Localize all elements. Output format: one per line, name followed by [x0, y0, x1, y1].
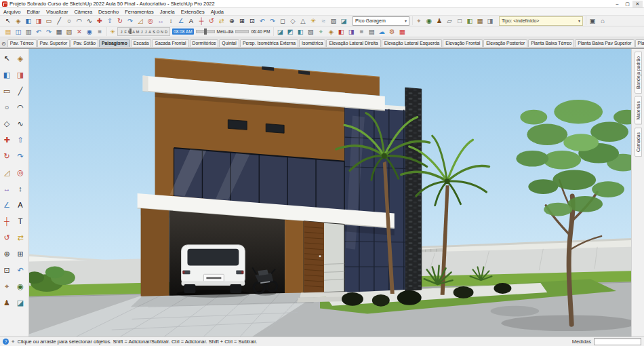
scene-tab[interactable]: Pav. Superior: [37, 39, 71, 47]
scene-tab[interactable]: Sacada Frontal: [152, 39, 188, 47]
glass-curtain-wall[interactable]: [344, 102, 405, 292]
menu-item[interactable]: Janela: [160, 9, 175, 15]
move-tool-icon[interactable]: ✚: [1, 134, 13, 146]
scene-search-icon[interactable]: ⊙: [1, 39, 6, 47]
xray-mode-icon[interactable]: ▨: [329, 16, 338, 25]
maximize-button[interactable]: ▢: [622, 1, 632, 7]
delete-icon[interactable]: ✕: [75, 27, 84, 36]
axes-tool-icon[interactable]: ┼: [197, 16, 206, 25]
section-plane-icon[interactable]: ◪: [339, 16, 348, 25]
arc-tool-icon[interactable]: ◠: [75, 16, 84, 25]
scene-tab[interactable]: Quintal: [219, 39, 239, 47]
viewport-canvas[interactable]: [29, 49, 631, 337]
menu-item[interactable]: Editar: [26, 9, 40, 15]
look-around-icon[interactable]: ◉: [424, 16, 434, 25]
zoom-tool-icon[interactable]: ⊕: [1, 248, 13, 260]
help-icon[interactable]: ?: [3, 339, 9, 345]
scale-tool-icon[interactable]: ◿: [136, 16, 145, 25]
protractor-icon[interactable]: ∠: [176, 16, 186, 25]
wireframe-mode-icon[interactable]: ▱: [445, 16, 454, 25]
shaded-mode-icon[interactable]: ◧: [465, 16, 475, 25]
previous-view-icon[interactable]: ↶: [258, 16, 267, 25]
select-tool-icon[interactable]: ↖: [3, 16, 13, 25]
circle-tool-icon[interactable]: ○: [64, 16, 74, 25]
scene-tab[interactable]: Elevação Lateral Direita: [326, 39, 380, 47]
top-view-icon[interactable]: △: [298, 16, 308, 25]
orbit-tool-icon[interactable]: ↺: [1, 231, 13, 244]
zoom-window-icon[interactable]: ⊞: [14, 248, 26, 260]
make-component-icon[interactable]: ◈: [14, 52, 26, 64]
display-section-cuts-icon[interactable]: ◩: [285, 27, 295, 36]
look-around-icon[interactable]: ◉: [14, 280, 26, 292]
scene-tab[interactable]: Planta Baixa Pav Superior: [575, 39, 634, 47]
components-panel-icon[interactable]: ◈: [326, 27, 336, 36]
slider-thumb[interactable]: [129, 28, 132, 34]
rotate-tool-icon[interactable]: ↻: [1, 150, 13, 162]
paste-icon[interactable]: ▧: [64, 27, 74, 36]
component-type-combobox[interactable]: Tipo: <indefinido> ▾: [499, 16, 583, 26]
section-plane-icon[interactable]: ◪: [14, 296, 26, 309]
walk-tool-icon[interactable]: ♟: [1, 296, 13, 309]
axes-tool-icon[interactable]: ┼: [1, 215, 13, 227]
menu-item[interactable]: Ajuda: [211, 9, 224, 15]
menu-item[interactable]: Visualizar: [46, 9, 68, 15]
text-tool-icon[interactable]: A: [186, 16, 196, 25]
arc-tool-icon[interactable]: ◠: [14, 101, 26, 113]
follow-me-tool-icon[interactable]: ↷: [125, 16, 135, 25]
monochrome-mode-icon[interactable]: ◨: [485, 16, 495, 25]
push-pull-tool-icon[interactable]: ⇧: [14, 134, 26, 146]
copy-icon[interactable]: ▦: [54, 27, 64, 36]
model-info-icon[interactable]: ◉: [85, 27, 94, 36]
orbit-tool-icon[interactable]: ↺: [207, 16, 216, 25]
menu-item[interactable]: Desenho: [98, 9, 119, 15]
tray-tab[interactable]: Materiais: [635, 96, 642, 125]
move-tool-icon[interactable]: ✚: [95, 16, 104, 25]
line-tool-icon[interactable]: ╱: [14, 85, 26, 97]
close-button[interactable]: ✕: [632, 1, 643, 7]
print-icon[interactable]: ▥: [24, 27, 33, 36]
walk-tool-icon[interactable]: ♟: [435, 16, 444, 25]
polygon-tool-icon[interactable]: ◇: [1, 117, 13, 130]
menu-item[interactable]: Câmera: [74, 9, 92, 15]
line-tool-icon[interactable]: ╱: [54, 16, 64, 25]
circle-tool-icon[interactable]: ○: [1, 101, 13, 113]
follow-me-tool-icon[interactable]: ↷: [14, 150, 26, 162]
eraser-icon[interactable]: ◨: [14, 69, 26, 81]
shadows-toggle-icon[interactable]: ☀: [308, 16, 318, 25]
zoom-extents-icon[interactable]: ⊡: [247, 16, 257, 25]
tag-combobox[interactable]: Pico Garagem ▾: [353, 16, 409, 26]
hidden-line-mode-icon[interactable]: □: [455, 16, 464, 25]
slider-thumb[interactable]: [204, 28, 207, 35]
scene-tab[interactable]: Persp. Isométrica Externa: [240, 39, 298, 47]
textured-mode-icon[interactable]: ▦: [475, 16, 485, 25]
styles-panel-icon[interactable]: ◨: [346, 27, 356, 36]
entry-door[interactable]: [304, 221, 344, 293]
next-view-icon[interactable]: ↷: [268, 16, 277, 25]
warehouse-icon[interactable]: ☁: [377, 27, 386, 36]
position-camera-icon[interactable]: ⌖: [1, 280, 13, 292]
scale-tool-icon[interactable]: ◿: [1, 166, 13, 178]
scene-tab[interactable]: Escada: [131, 39, 152, 47]
rectangle-tool-icon[interactable]: ▭: [44, 16, 54, 25]
paint-bucket-icon[interactable]: ◧: [1, 69, 13, 81]
zoom-tool-icon[interactable]: ⊕: [227, 16, 237, 25]
menu-item[interactable]: Extensões: [181, 9, 205, 15]
house[interactable]: [138, 58, 422, 296]
paint-bucket-icon[interactable]: ◧: [24, 16, 33, 25]
add-location-icon[interactable]: ⌖: [316, 27, 325, 36]
save-file-icon[interactable]: ◫: [14, 27, 23, 36]
offset-tool-icon[interactable]: ◎: [14, 166, 26, 178]
ground-floor-left-wall[interactable]: [141, 208, 169, 296]
in-model-icon[interactable]: ⌂: [598, 16, 607, 25]
iso-view-icon[interactable]: ◇: [288, 16, 298, 25]
menu-item[interactable]: Arquivo: [3, 9, 20, 15]
push-pull-tool-icon[interactable]: ⇧: [105, 16, 115, 25]
scene-tab[interactable]: Planta Baixa Térreo: [528, 39, 574, 47]
entity-info-icon[interactable]: ≡: [95, 27, 104, 36]
select-tool-icon[interactable]: ↖: [1, 52, 13, 64]
fog-toggle-icon[interactable]: ≈: [319, 16, 328, 25]
back-edges-icon[interactable]: ▨: [306, 27, 315, 36]
tape-measure-icon[interactable]: ↔: [1, 182, 13, 195]
measurements-input[interactable]: [594, 338, 641, 345]
scene-tab[interactable]: Planta Baixa do Sótão: [635, 39, 644, 47]
